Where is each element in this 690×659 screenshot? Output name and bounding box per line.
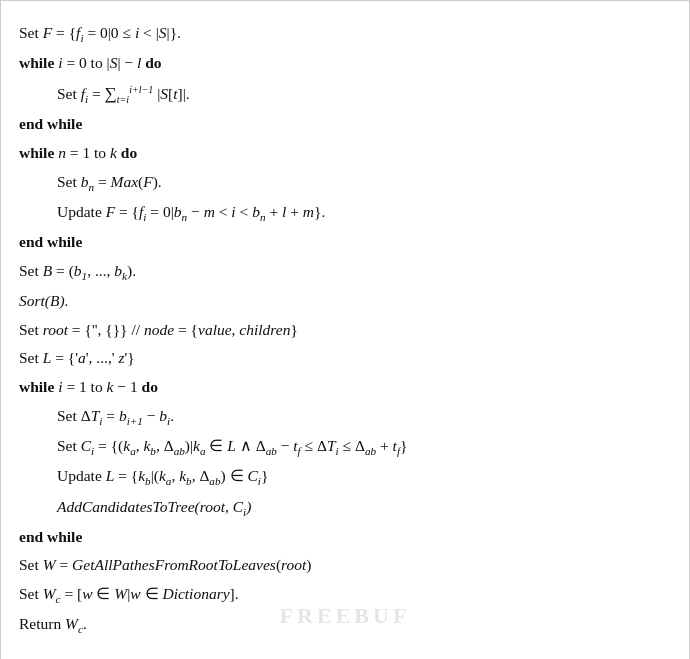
algorithm-container: Set F = {fi = 0|0 ≤ i < |S|}. while i = … bbox=[0, 0, 690, 659]
line-9: Set B = (b1, ..., bk). bbox=[19, 257, 667, 287]
line-5: while n = 1 to k do bbox=[19, 139, 667, 168]
line-6: Set bn = Max(F). bbox=[19, 168, 667, 198]
line-1: Set F = {fi = 0|0 ≤ i < |S|}. bbox=[19, 19, 667, 49]
line-10: Sort(B). bbox=[19, 287, 667, 316]
line-20: Set Wc = [w ∈ W|w ∈ Dictionary]. bbox=[19, 580, 667, 610]
line-19: Set W = GetAllPathesFromRootToLeaves(roo… bbox=[19, 551, 667, 580]
line-7: Update F = {fi = 0|bn − m < i < bn + l +… bbox=[19, 198, 667, 228]
line-3: Set fi = ∑t=ii+l−1 |S[t]|. bbox=[19, 78, 667, 110]
line-12: Set L = {'a', ...,' z'} bbox=[19, 344, 667, 373]
line-4-endwhile: end while bbox=[19, 110, 667, 139]
line-21: Return Wc. bbox=[19, 610, 667, 640]
line-13: while i = 1 to k − 1 do bbox=[19, 373, 667, 402]
line-18-endwhile: end while bbox=[19, 523, 667, 552]
line-17: AddCandidatesToTree(root, Ci) bbox=[19, 493, 667, 523]
line-16: Update L = {kb|(ka, kb, Δab) ∈ Ci} bbox=[19, 462, 667, 492]
line-8-endwhile: end while bbox=[19, 228, 667, 257]
line-11: Set root = {'', {}} // node = {value, ch… bbox=[19, 316, 667, 345]
line-14: Set ΔTi = bi+1 − bi. bbox=[19, 402, 667, 432]
line-2: while i = 0 to |S| − l do bbox=[19, 49, 667, 78]
line-15: Set Ci = {(ka, kb, Δab)|ka ∈ L ∧ Δab − t… bbox=[19, 432, 667, 462]
